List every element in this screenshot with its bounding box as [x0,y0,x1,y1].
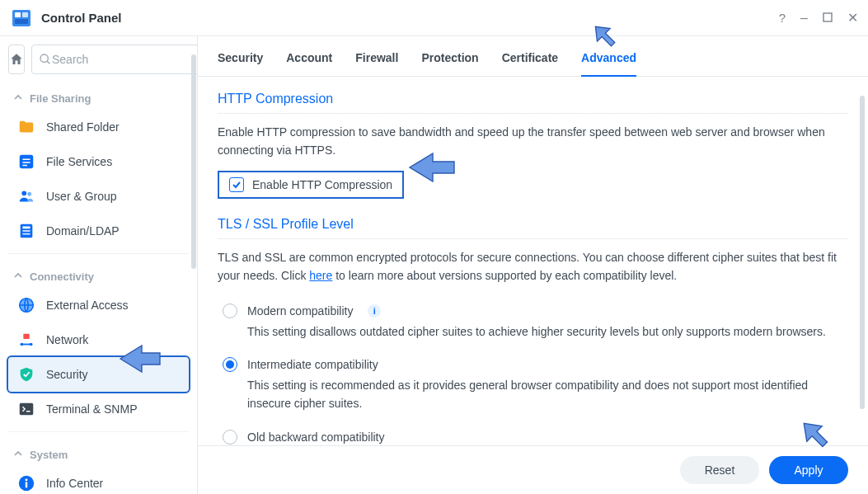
tls-learn-more-link[interactable]: here [309,269,332,282]
svg-line-6 [47,61,49,64]
sidebar-item-domain-ldap[interactable]: Domain/LDAP [8,214,189,248]
radio-icon [223,430,237,445]
close-icon[interactable]: ✕ [847,12,858,25]
group-connectivity[interactable]: Connectivity [8,259,189,288]
sidebar-item-label: User & Group [46,190,117,203]
title-bar: Control Panel ? – ✕ [0,0,868,36]
sidebar-item-shared-folder[interactable]: Shared Folder [8,110,189,144]
radio-label: Intermediate compatibility [247,358,378,371]
search-box[interactable] [31,45,198,74]
group-label: Connectivity [30,271,94,283]
svg-rect-3 [15,19,28,24]
sidebar-item-security[interactable]: Security [8,357,189,392]
user-group-icon [16,186,36,206]
chevron-up-icon [13,449,25,461]
sidebar-item-user-group[interactable]: User & Group [8,179,189,214]
sidebar-item-file-services[interactable]: File Services [8,144,189,179]
sidebar-item-external-access[interactable]: External Access [8,288,189,322]
svg-point-17 [21,343,24,346]
sidebar-item-label: Domain/LDAP [46,224,120,238]
maximize-icon[interactable] [823,12,833,25]
window-title: Control Panel [41,11,122,25]
group-system[interactable]: System [8,437,189,466]
divider [8,431,189,432]
section-title-tls: TLS / SSL Profile Level [218,217,848,239]
sidebar-scrollbar[interactable] [191,54,196,269]
tab-account[interactable]: Account [286,51,332,76]
tab-firewall[interactable]: Firewall [355,51,398,76]
apply-button[interactable]: Apply [769,456,848,484]
sidebar-item-network[interactable]: Network [8,322,189,357]
highlight-enable-http-compression: Enable HTTP Compression [218,171,404,199]
sidebar-item-label: Security [46,368,88,381]
radio-label: Old backward compatibility [247,430,385,444]
minimize-icon[interactable]: – [800,12,808,25]
group-file-sharing[interactable]: File Sharing [8,81,189,110]
sidebar-item-label: External Access [46,299,129,312]
content-scrollbar[interactable] [860,96,865,409]
tab-certificate[interactable]: Certificate [502,51,558,76]
section-desc-tls: TLS and SSL are common encrypted protoco… [218,249,848,285]
svg-point-9 [27,192,31,196]
sidebar-item-label: Terminal & SNMP [46,402,137,416]
file-services-icon [16,152,36,172]
tab-protection[interactable]: Protection [421,51,478,76]
main-panel: Security Account Firewall Protection Cer… [198,36,868,494]
group-label: System [30,449,68,461]
window-controls: ? – ✕ [779,12,858,25]
svg-point-5 [40,54,48,62]
svg-rect-13 [22,233,30,235]
folder-icon [16,117,36,137]
search-input[interactable] [52,53,196,66]
checkbox-icon [229,177,244,192]
svg-rect-12 [22,230,30,232]
footer: Reset Apply [198,445,868,494]
sidebar-item-label: Shared Folder [46,120,120,134]
sidebar: File Sharing Shared Folder File Services… [0,36,198,494]
radio-desc-intermediate: This setting is recommended as it provid… [247,377,848,412]
chevron-up-icon [13,92,25,105]
radio-intermediate-compatibility[interactable]: Intermediate compatibility [223,357,848,372]
terminal-icon [16,399,36,419]
svg-rect-16 [23,334,29,339]
sidebar-item-terminal-snmp[interactable]: Terminal & SNMP [8,392,189,426]
svg-rect-19 [20,403,34,416]
info-icon [16,473,36,493]
sidebar-item-label: File Services [46,155,112,168]
radio-label: Modern compatibility [247,304,353,318]
svg-point-18 [30,343,33,346]
info-icon[interactable]: i [368,304,381,318]
help-icon[interactable]: ? [779,12,786,24]
svg-rect-11 [22,227,30,229]
radio-desc-modern: This setting disallows outdated cipher s… [247,323,848,341]
tab-security[interactable]: Security [218,51,263,76]
network-icon [16,330,36,350]
sidebar-item-info-center[interactable]: Info Center [8,466,189,494]
svg-rect-22 [26,482,27,487]
domain-ldap-icon [16,221,36,241]
checkbox-enable-http-compression[interactable]: Enable HTTP Compression [228,176,394,194]
reset-button[interactable]: Reset [680,456,759,484]
svg-point-8 [21,191,26,195]
radio-modern-compatibility[interactable]: Modern compatibility i [223,303,848,318]
group-label: File Sharing [30,92,91,105]
home-button[interactable] [8,45,25,74]
svg-rect-7 [20,155,34,169]
tab-bar: Security Account Firewall Protection Cer… [198,36,868,77]
tab-advanced[interactable]: Advanced [581,51,636,76]
checkbox-label: Enable HTTP Compression [252,178,392,191]
content-scroll[interactable]: HTTP Compression Enable HTTP compression… [198,77,868,445]
radio-old-compatibility[interactable]: Old backward compatibility [223,430,848,445]
divider [8,253,189,254]
svg-rect-4 [823,13,832,21]
shield-icon [16,365,36,384]
svg-point-21 [26,478,28,481]
radio-icon [223,303,237,318]
search-icon [39,53,52,66]
chevron-up-icon [13,271,25,283]
radio-icon [223,357,237,372]
section-title-http-compression: HTTP Compression [218,92,848,114]
svg-rect-2 [22,12,28,17]
section-desc-http-compression: Enable HTTP compression to save bandwidt… [218,124,848,159]
svg-rect-1 [15,12,21,17]
